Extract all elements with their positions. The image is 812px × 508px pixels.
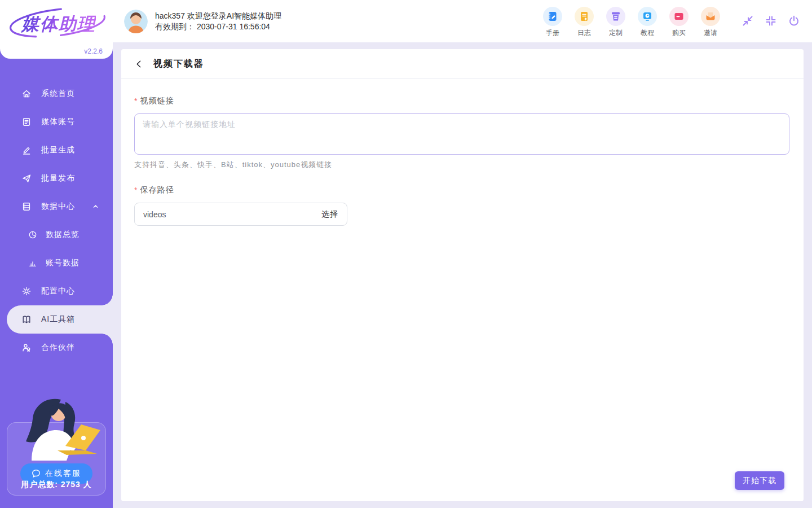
quick-action-label: 手册 bbox=[546, 28, 559, 38]
batch-generate-icon bbox=[21, 145, 32, 155]
quick-action-label: 定制 bbox=[609, 28, 623, 38]
data-center-icon bbox=[21, 202, 32, 212]
quick-action-log[interactable]: 日志 bbox=[568, 5, 600, 38]
media-account-icon bbox=[21, 117, 32, 127]
sidebar-item-label: AI工具箱 bbox=[41, 314, 75, 325]
quick-action-label: 日志 bbox=[577, 28, 591, 38]
online-service-label: 在线客服 bbox=[45, 468, 81, 479]
app-version: v2.2.6 bbox=[84, 47, 103, 55]
sidebar-item-label: 批量生成 bbox=[41, 145, 75, 155]
support-agent-illustration bbox=[11, 394, 102, 461]
save-path-field: 选择 bbox=[134, 203, 347, 226]
sidebar-item-label: 数据总览 bbox=[46, 230, 80, 240]
window-controls bbox=[741, 15, 801, 28]
page-header: 视频下载器 bbox=[121, 49, 804, 79]
concave-corner bbox=[102, 294, 113, 305]
sidebar-menu: 系统首页 媒体账号 批量生成 批量发布 数据中心 数据总览 账号数据 bbox=[0, 80, 113, 362]
required-mark: * bbox=[134, 186, 138, 195]
chevron-left-icon bbox=[135, 60, 143, 68]
sidebar-item-label: 账号数据 bbox=[46, 258, 80, 268]
app-logo: 媒体助理 bbox=[6, 6, 107, 42]
path-field-label: * 保存路径 bbox=[134, 185, 789, 195]
sidebar-item-config-center[interactable]: 配置中心 bbox=[0, 277, 113, 305]
expiry-text: 有效期到： 2030-07-31 16:56:04 bbox=[155, 21, 281, 32]
download-form: * 视频链接 支持抖音、头条、快手、B站、tiktok、youtube视频链接 … bbox=[121, 96, 804, 226]
total-users: 用户总数: 2753 人 bbox=[7, 480, 105, 490]
sidebar-item-batch-publish[interactable]: 批量发布 bbox=[0, 164, 113, 192]
quick-action-label: 教程 bbox=[641, 28, 654, 38]
quick-action-invite[interactable]: 邀请 bbox=[695, 5, 726, 38]
total-users-label: 用户总数: bbox=[21, 480, 58, 489]
total-users-value: 2753 人 bbox=[61, 480, 92, 489]
quick-action-custom[interactable]: 定制 bbox=[600, 5, 632, 38]
sidebar-item-label: 数据中心 bbox=[41, 202, 75, 212]
welcome-text: hack357 欢迎您登录AI智能媒体助理 bbox=[155, 11, 281, 21]
invite-icon bbox=[701, 7, 720, 26]
main-panel: 视频下载器 * 视频链接 支持抖音、头条、快手、B站、tiktok、youtub… bbox=[121, 49, 804, 501]
tutorial-icon bbox=[638, 7, 657, 26]
sidebar-item-label: 配置中心 bbox=[41, 286, 75, 296]
bar-chart-icon bbox=[28, 259, 37, 268]
video-link-input[interactable] bbox=[134, 113, 789, 155]
avatar bbox=[124, 10, 148, 33]
path-label-text: 保存路径 bbox=[140, 185, 174, 195]
save-path-input[interactable] bbox=[143, 210, 317, 219]
home-icon bbox=[21, 89, 32, 99]
compress-icon[interactable] bbox=[741, 15, 754, 28]
pie-chart-icon bbox=[28, 230, 37, 239]
sidebar-item-label: 系统首页 bbox=[41, 89, 75, 99]
quick-action-buy[interactable]: 购买 bbox=[663, 5, 695, 38]
sidebar-item-media-accounts[interactable]: 媒体账号 bbox=[0, 108, 113, 136]
logo-text: 媒体助理 bbox=[21, 12, 96, 36]
topbar: hack357 欢迎您登录AI智能媒体助理 有效期到： 2030-07-31 1… bbox=[113, 0, 812, 42]
log-icon bbox=[575, 7, 594, 26]
buy-icon bbox=[669, 7, 689, 26]
partners-icon bbox=[21, 343, 32, 353]
manual-icon bbox=[543, 7, 562, 26]
gear-icon bbox=[21, 286, 32, 296]
back-button[interactable] bbox=[135, 59, 145, 69]
chat-bubble-icon bbox=[32, 469, 41, 478]
user-info: hack357 欢迎您登录AI智能媒体助理 有效期到： 2030-07-31 1… bbox=[155, 11, 281, 32]
sidebar-item-label: 合作伙伴 bbox=[41, 343, 75, 353]
custom-icon bbox=[606, 7, 625, 26]
batch-publish-icon bbox=[21, 173, 32, 183]
sidebar-subitem-account-data[interactable]: 账号数据 bbox=[0, 249, 113, 277]
sidebar-item-partners[interactable]: 合作伙伴 bbox=[0, 334, 113, 362]
quick-action-label: 购买 bbox=[672, 28, 686, 38]
sidebar-item-data-center[interactable]: 数据中心 bbox=[0, 192, 113, 221]
link-support-tip: 支持抖音、头条、快手、B站、tiktok、youtube视频链接 bbox=[134, 160, 789, 170]
page-title: 视频下载器 bbox=[153, 58, 204, 70]
sidebar-subitem-data-overview[interactable]: 数据总览 bbox=[0, 221, 113, 249]
link-field-label: * 视频链接 bbox=[134, 96, 789, 106]
choose-path-button[interactable]: 选择 bbox=[321, 209, 338, 220]
sidebar-item-label: 批量发布 bbox=[41, 173, 75, 183]
chevron-up-icon bbox=[92, 202, 99, 211]
start-download-button[interactable]: 开始下载 bbox=[735, 471, 784, 490]
exit-fullscreen-icon[interactable] bbox=[764, 15, 778, 28]
required-mark: * bbox=[134, 97, 138, 106]
quick-action-manual[interactable]: 手册 bbox=[537, 5, 568, 38]
sidebar-item-batch-generate[interactable]: 批量生成 bbox=[0, 136, 113, 164]
quick-action-label: 邀请 bbox=[704, 28, 717, 38]
power-icon[interactable] bbox=[787, 15, 801, 28]
logo-card: 媒体助理 v2.2.6 bbox=[0, 0, 113, 59]
toolbox-icon bbox=[21, 314, 32, 325]
sidebar: 媒体助理 v2.2.6 系统首页 媒体账号 批量生成 批量发布 数据中心 数据总… bbox=[0, 0, 113, 508]
sidebar-item-home[interactable]: 系统首页 bbox=[0, 80, 113, 108]
quick-action-tutorial[interactable]: 教程 bbox=[632, 5, 663, 38]
sidebar-item-ai-toolbox[interactable]: AI工具箱 bbox=[7, 305, 113, 334]
link-label-text: 视频链接 bbox=[140, 96, 174, 106]
sidebar-item-label: 媒体账号 bbox=[41, 117, 75, 127]
